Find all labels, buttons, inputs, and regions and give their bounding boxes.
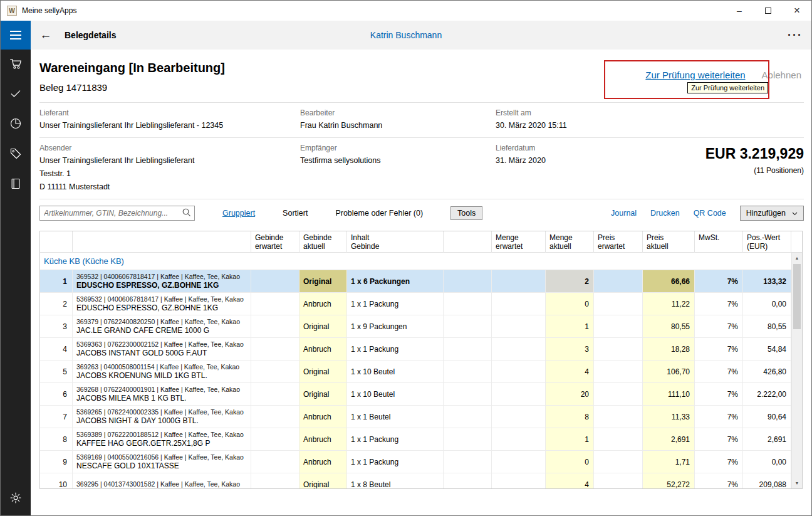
table-row[interactable]: 85369389 | 07622200188512 | Kaffee | Kaf…	[40, 428, 791, 451]
menge-erwartet-cell	[492, 338, 546, 360]
mwst-cell: 7%	[695, 293, 743, 315]
header-gebinde-aktuell[interactable]: Gebinde aktuell	[299, 231, 347, 253]
journal-link[interactable]: Journal	[611, 209, 637, 218]
header-mwst[interactable]: MwSt.	[695, 231, 743, 253]
search-box[interactable]	[39, 206, 195, 221]
menge-aktuell-cell[interactable]: 1	[546, 315, 594, 337]
article-name: NESCAFE GOLD 10X1TASSE	[76, 461, 179, 470]
article-cell[interactable]: 5369265 | 07622400002335 | Kaffee | Kaff…	[73, 406, 251, 428]
article-cell[interactable]: 5369169 | 04005500216056 | Kaffee | Kaff…	[73, 451, 251, 473]
sidebar-item-journal[interactable]	[1, 170, 31, 200]
scroll-down-button[interactable]: ▼	[792, 478, 802, 488]
sidebar-item-statistics[interactable]	[1, 110, 31, 140]
preis-aktuell-cell[interactable]: 11,33	[643, 406, 695, 428]
minimize-button[interactable]: –	[725, 1, 754, 21]
menge-aktuell-cell[interactable]: 1	[546, 428, 594, 450]
sidebar-item-tasks[interactable]	[1, 80, 31, 110]
mwst-cell: 7%	[695, 270, 743, 292]
article-cell[interactable]: 369263 | 04000508001154 | Kaffee | Kaffe…	[73, 361, 251, 382]
problems-filter[interactable]: Probleme oder Fehler (0)	[335, 209, 423, 218]
article-cell[interactable]: 369379 | 07622400820250 | Kaffee | Kaffe…	[73, 315, 251, 337]
sidebar-item-settings[interactable]	[1, 484, 31, 514]
gebinde-aktuell-cell[interactable]: Original	[299, 270, 347, 292]
table-row[interactable]: 3369379 | 07622400820250 | Kaffee | Kaff…	[40, 315, 791, 338]
back-button[interactable]: ←	[31, 28, 61, 42]
header-preis-aktuell[interactable]: Preis aktuell	[643, 231, 695, 253]
menge-erwartet-cell	[492, 473, 546, 488]
close-button[interactable]: ×	[783, 1, 811, 21]
grouped-toggle[interactable]: Gruppiert	[222, 209, 255, 218]
gebinde-aktuell-cell[interactable]: Original	[299, 315, 347, 337]
table-row[interactable]: 25369532 | 04006067818417 | Kaffee | Kaf…	[40, 293, 791, 315]
article-cell[interactable]: 369268 | 07622400001901 | Kaffee | Kaffe…	[73, 383, 251, 405]
table-row[interactable]: 45369363 | 07622300002152 | Kaffee | Kaf…	[40, 338, 791, 361]
menge-aktuell-cell[interactable]: 4	[546, 473, 594, 488]
gebinde-aktuell-cell[interactable]: Anbruch	[299, 406, 347, 428]
spacer-cell	[444, 473, 492, 488]
add-button[interactable]: Hinzufügen	[740, 206, 804, 221]
preis-aktuell-cell[interactable]: 11,22	[643, 293, 695, 315]
gebinde-aktuell-cell[interactable]: Anbruch	[299, 451, 347, 473]
scroll-up-button[interactable]: ▲	[792, 253, 802, 263]
gebinde-aktuell-cell[interactable]: Original	[299, 383, 347, 405]
gebinde-aktuell-cell[interactable]: Original	[299, 473, 347, 488]
table-row[interactable]: 10369295 | 04013743001582 | Kaffee | Kaf…	[40, 473, 791, 488]
header-inhalt-gebinde[interactable]: Inhalt Gebinde	[347, 231, 444, 253]
gebinde-aktuell-cell[interactable]: Original	[299, 361, 347, 382]
preis-aktuell-cell[interactable]: 18,28	[643, 338, 695, 360]
header-pos-wert[interactable]: Pos.-Wert (EUR)	[743, 231, 791, 253]
header-gebinde-erwartet[interactable]: Gebinde erwartet	[251, 231, 299, 253]
search-input[interactable]	[44, 209, 182, 218]
menge-aktuell-cell[interactable]: 3	[546, 338, 594, 360]
table-row[interactable]: 95369169 | 04005500216056 | Kaffee | Kaf…	[40, 451, 791, 473]
header-menge-aktuell[interactable]: Menge aktuell	[546, 231, 594, 253]
more-menu-button[interactable]: ···	[788, 29, 811, 42]
preis-aktuell-cell[interactable]: 1,71	[643, 451, 695, 473]
menge-aktuell-cell[interactable]: 8	[546, 406, 594, 428]
table-row[interactable]: 6369268 | 07622400001901 | Kaffee | Kaff…	[40, 383, 791, 406]
article-cell[interactable]: 5369363 | 07622300002152 | Kaffee | Kaff…	[73, 338, 251, 360]
tools-button[interactable]: Tools	[450, 206, 482, 220]
preis-aktuell-cell[interactable]: 2,691	[643, 428, 695, 450]
header-preis-erwartet[interactable]: Preis erwartet	[594, 231, 643, 253]
document-number: Beleg 14711839	[39, 82, 804, 94]
gebinde-aktuell-cell[interactable]: Anbruch	[299, 293, 347, 315]
forward-for-review-link[interactable]: Zur Prüfung weiterleiten	[645, 70, 745, 80]
preis-aktuell-cell[interactable]: 66,66	[643, 270, 695, 292]
article-cell[interactable]: 5369532 | 04006067818417 | Kaffee | Kaff…	[73, 293, 251, 315]
gebinde-aktuell-cell[interactable]: Anbruch	[299, 428, 347, 450]
preis-aktuell-cell[interactable]: 80,55	[643, 315, 695, 337]
print-link[interactable]: Drucken	[650, 209, 680, 218]
preis-erwartet-cell	[594, 338, 643, 360]
hamburger-menu-button[interactable]	[1, 21, 31, 50]
menge-aktuell-cell[interactable]: 4	[546, 361, 594, 382]
menge-aktuell-cell[interactable]: 2	[546, 270, 594, 292]
article-cell[interactable]: 369295 | 04013743001582 | Kaffee | Kaffe…	[73, 473, 251, 488]
article-cell[interactable]: 5369389 | 07622200188512 | Kaffee | Kaff…	[73, 428, 251, 450]
scrollbar-thumb[interactable]	[793, 264, 801, 329]
table-row[interactable]: 75369265 | 07622400002335 | Kaffee | Kaf…	[40, 406, 791, 428]
table-row[interactable]: 5369263 | 04000508001154 | Kaffee | Kaff…	[40, 361, 791, 383]
user-name[interactable]: Katrin Buschmann	[370, 30, 442, 40]
article-cell[interactable]: 369532 | 04006067818417 | Kaffee | Kaffe…	[73, 270, 251, 292]
sorted-toggle[interactable]: Sortiert	[283, 209, 308, 218]
sidebar-item-orders[interactable]	[1, 50, 31, 80]
preis-aktuell-cell[interactable]: 106,70	[643, 361, 695, 382]
info-row-1: Lieferant Unser Trainingslieferant Ihr L…	[39, 103, 804, 137]
qr-code-link[interactable]: QR Code	[694, 209, 726, 218]
reject-link[interactable]: Ablehnen	[762, 70, 801, 80]
preis-aktuell-cell[interactable]: 52,272	[643, 473, 695, 488]
menge-aktuell-cell[interactable]: 0	[546, 451, 594, 473]
preis-aktuell-cell[interactable]: 111,10	[643, 383, 695, 405]
group-header[interactable]: Küche KB (Küche KB)	[40, 253, 791, 270]
table-row[interactable]: 1369532 | 04006067818417 | Kaffee | Kaff…	[40, 270, 791, 293]
menge-aktuell-cell[interactable]: 20	[546, 383, 594, 405]
gebinde-aktuell-cell[interactable]: Anbruch	[299, 338, 347, 360]
vertical-scrollbar[interactable]: ▲ ▼	[791, 253, 802, 488]
menge-aktuell-cell[interactable]: 0	[546, 293, 594, 315]
search-icon[interactable]	[182, 208, 191, 219]
sidebar-item-prices[interactable]	[1, 140, 31, 170]
header-menge-erwartet[interactable]: Menge erwartet	[492, 231, 546, 253]
maximize-button[interactable]	[754, 1, 783, 21]
pos-wert-cell: 0,00	[743, 293, 791, 315]
